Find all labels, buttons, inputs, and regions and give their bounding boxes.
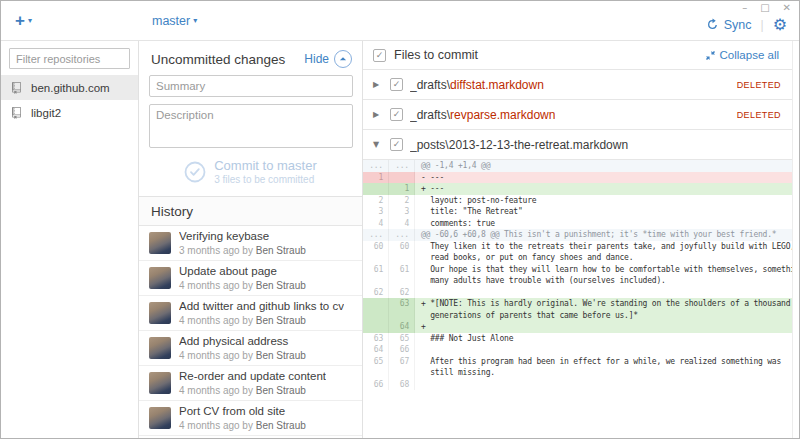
- commit-to-master-button[interactable]: Commit to master 3 files to be committed: [149, 157, 352, 187]
- old-line-number: [363, 252, 389, 264]
- commit-title: Add physical address: [179, 334, 306, 349]
- commit-author: Ben Straub: [256, 350, 306, 361]
- file-path: _posts\2013-12-13-the-retreat.markdown: [410, 138, 628, 152]
- old-line-number: 65: [363, 356, 389, 368]
- diff-line-text: @@ -60,6 +60,8 @@ This isn't a punishmen…: [415, 229, 792, 241]
- filter-wrap: [1, 41, 138, 75]
- main-layout: ben.github.comlibgit2 Uncommitted change…: [1, 41, 799, 438]
- commit-meta: 4 months ago by Ben Straub: [179, 349, 306, 362]
- file-row[interactable]: ▼✓_posts\2013-12-13-the-retreat.markdown: [363, 130, 799, 160]
- repository-list: ben.github.comlibgit2: [1, 75, 138, 125]
- diff-row: 6466: [363, 344, 792, 356]
- plus-icon: +: [15, 12, 25, 29]
- new-line-number: [389, 367, 415, 379]
- diff-line-text: generations of parents that came before …: [415, 310, 792, 322]
- old-line-number: 2: [363, 195, 389, 207]
- diff-row: 1+ ---: [363, 183, 792, 195]
- commit-title: Verifying keybase: [179, 229, 306, 244]
- commit-description-input[interactable]: [149, 104, 353, 148]
- files-list: ▶✓_drafts\diffstat.markdownDELETED▶✓_dra…: [363, 70, 799, 160]
- commit-summary-input[interactable]: [149, 75, 353, 97]
- diff-row: 44 comments: true: [363, 218, 792, 230]
- sync-button[interactable]: Sync: [706, 18, 752, 32]
- diff-row: 6567 After this program had been in effe…: [363, 356, 792, 368]
- hide-changes-button[interactable]: Hide: [304, 50, 352, 68]
- repo-name: ben.github.com: [31, 82, 110, 94]
- history-item-text: Add physical address4 months ago by Ben …: [179, 334, 306, 362]
- history-item[interactable]: Re-order and update content4 months ago …: [139, 366, 362, 401]
- commit-meta: 4 months ago by Ben Straub: [179, 279, 306, 292]
- check-circle-icon: [184, 161, 206, 183]
- history-item[interactable]: Verifying keybase3 months ago by Ben Str…: [139, 226, 362, 261]
- history-item-text: Update about page4 months ago by Ben Str…: [179, 264, 306, 292]
- add-repository-button[interactable]: + ▾: [15, 12, 32, 29]
- file-path: _drafts\diffstat.markdown: [410, 78, 544, 92]
- new-line-number: [389, 275, 415, 287]
- history-item[interactable]: Update about page4 months ago by Ben Str…: [139, 261, 362, 296]
- avatar: [149, 232, 171, 254]
- file-checkbox[interactable]: ✓: [390, 78, 403, 91]
- collapse-icon: [705, 50, 716, 61]
- window-controls: – □ ✕: [742, 3, 791, 13]
- diff-row: still missing.: [363, 367, 792, 379]
- new-line-number: 2: [389, 195, 415, 207]
- old-line-number: [363, 275, 389, 287]
- diff-line-text: @@ -1,4 +1,4 @@: [415, 160, 792, 172]
- old-line-number: 60: [363, 241, 389, 253]
- old-line-number: 4: [363, 218, 389, 230]
- maximize-icon[interactable]: □: [760, 3, 769, 13]
- history-item-text: Add twitter and github links to cv4 mont…: [179, 299, 344, 327]
- new-line-number: 1: [389, 183, 415, 195]
- close-icon[interactable]: ✕: [783, 3, 791, 13]
- chevron-down-icon[interactable]: ▼: [373, 140, 383, 149]
- old-line-number: ...: [363, 229, 389, 241]
- history-item[interactable]: Add physical address4 months ago by Ben …: [139, 331, 362, 366]
- repo-item[interactable]: libgit2: [1, 100, 138, 125]
- file-name-text: revparse.markdown: [450, 108, 555, 122]
- old-line-number: [363, 321, 389, 333]
- file-checkbox[interactable]: ✓: [390, 138, 403, 151]
- old-line-number: 1: [363, 172, 389, 184]
- new-line-number: 68: [389, 379, 415, 391]
- history-item[interactable]: Port CV from old site4 months ago by Ben…: [139, 401, 362, 436]
- diff-row: 1- ---: [363, 172, 792, 184]
- diff-row: 22 layout: post-no-feature: [363, 195, 792, 207]
- history-item-text: Verifying keybase3 months ago by Ben Str…: [179, 229, 306, 257]
- new-line-number: ...: [389, 160, 415, 172]
- history-item-text: Re-order and update content4 months ago …: [179, 369, 326, 397]
- chevron-down-icon: ▾: [28, 16, 32, 25]
- diff-row: 6161 Our hope is that they will learn ho…: [363, 264, 792, 276]
- filter-repositories-input[interactable]: [9, 48, 130, 69]
- diff-row: many adults have trouble with (ourselves…: [363, 275, 792, 287]
- toolbar-right: Sync | ⚙: [364, 1, 799, 40]
- history-item[interactable]: Add headshot for public consumption5 mon…: [139, 436, 362, 438]
- commit-title: Update about page: [179, 264, 306, 279]
- commit-author: Ben Straub: [256, 315, 306, 326]
- diff-row: 64+: [363, 321, 792, 333]
- file-row[interactable]: ▶✓_drafts\revparse.markdownDELETED: [363, 100, 799, 130]
- repo-item[interactable]: ben.github.com: [1, 75, 138, 100]
- uncommitted-changes-header: Uncommitted changes Hide: [139, 41, 362, 75]
- repo-icon: [12, 107, 24, 119]
- commit-author: Ben Straub: [256, 280, 306, 291]
- files-to-commit-header: ✓ Files to commit Collapse all: [363, 41, 799, 70]
- chevron-right-icon[interactable]: ▶: [373, 110, 383, 119]
- file-row[interactable]: ▶✓_drafts\diffstat.markdownDELETED: [363, 70, 799, 100]
- old-line-number: [363, 298, 389, 310]
- app-window: – □ ✕ + ▾ master ▾ Sync | ⚙: [0, 0, 800, 439]
- diff-view: ......@@ -1,4 +1,4 @@1- ---1+ ---22 layo…: [363, 160, 792, 390]
- history-item[interactable]: Add twitter and github links to cv4 mont…: [139, 296, 362, 331]
- new-line-number: [389, 172, 415, 184]
- diff-line-text: - ---: [415, 172, 792, 184]
- commit-meta: 4 months ago by Ben Straub: [179, 384, 326, 397]
- vertical-scrollbar[interactable]: [792, 41, 799, 438]
- chevron-right-icon[interactable]: ▶: [373, 80, 383, 89]
- branch-selector[interactable]: master ▾: [152, 14, 197, 28]
- gear-icon[interactable]: ⚙: [773, 17, 787, 33]
- file-checkbox[interactable]: ✓: [390, 108, 403, 121]
- minimize-icon[interactable]: –: [742, 3, 747, 13]
- select-all-checkbox[interactable]: ✓: [373, 49, 386, 62]
- commit-button-label: Commit to master: [214, 159, 317, 174]
- files-to-commit-title: Files to commit: [394, 48, 478, 62]
- collapse-all-button[interactable]: Collapse all: [705, 49, 779, 61]
